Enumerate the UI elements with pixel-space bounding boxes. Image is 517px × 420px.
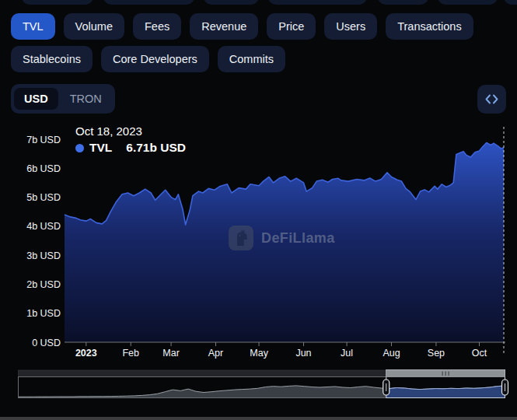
tab-row-secondary: StablecoinsCore DevelopersCommits — [11, 46, 285, 72]
x-axis-label-mar: Mar — [162, 348, 180, 359]
y-axis-label-2b-usd: 2b USD — [26, 279, 61, 290]
x-axis-label-oct: Oct — [472, 348, 487, 359]
cropped-tab — [378, 0, 428, 5]
x-axis-label-2023: 2023 — [75, 348, 97, 359]
cropped-tab — [204, 0, 259, 5]
tab-core-developers[interactable]: Core Developers — [101, 46, 209, 72]
tvl-area-chart[interactable]: 2023FebMarAprMayJunJulAugSepOct0 USD1b U… — [0, 121, 517, 366]
bottom-page-strip — [0, 417, 517, 420]
tab-tvl[interactable]: TVL — [11, 13, 55, 40]
tab-stablecoins[interactable]: Stablecoins — [11, 46, 93, 72]
currency-option-usd[interactable]: USD — [14, 88, 58, 110]
tab-row-primary: TVLVolumeFeesRevenuePriceUsersTransactio… — [11, 13, 473, 40]
x-axis-label-sep: Sep — [428, 348, 445, 359]
x-axis-label-aug: Aug — [383, 348, 400, 359]
y-axis-label-5b-usd: 5b USD — [26, 192, 61, 203]
x-axis-label-jul: Jul — [341, 348, 353, 359]
tab-revenue[interactable]: Revenue — [190, 13, 258, 40]
range-navigator[interactable] — [0, 364, 517, 411]
tab-commits[interactable]: Commits — [218, 46, 285, 72]
y-axis-label-6b-usd: 6b USD — [26, 163, 61, 174]
x-axis-label-jun: Jun — [295, 348, 311, 359]
y-axis-label-4b-usd: 4b USD — [26, 221, 61, 232]
cropped-tab — [103, 0, 194, 5]
tvl-area-fill — [65, 143, 504, 343]
cropped-tab — [438, 0, 498, 5]
cropped-tab — [504, 0, 517, 5]
currency-toggle: USDTRON — [11, 84, 115, 114]
tab-volume[interactable]: Volume — [64, 13, 124, 40]
tab-users[interactable]: Users — [324, 13, 377, 40]
tab-transactions[interactable]: Transactions — [386, 13, 473, 40]
x-axis-label-may: May — [250, 348, 268, 359]
tab-price[interactable]: Price — [267, 13, 316, 40]
cropped-tab — [268, 0, 367, 5]
y-axis-label-3b-usd: 3b USD — [26, 250, 61, 261]
x-axis-label-apr: Apr — [208, 348, 223, 359]
tab-fees[interactable]: Fees — [133, 13, 181, 40]
embed-chart-button[interactable] — [477, 85, 506, 114]
x-axis-label-feb: Feb — [122, 348, 139, 359]
currency-option-tron[interactable]: TRON — [60, 88, 112, 110]
cropped-tab — [22, 0, 93, 5]
y-axis-label-7b-usd: 7b USD — [26, 135, 61, 145]
y-axis-label-0-usd: 0 USD — [32, 338, 61, 348]
y-axis-label-1b-usd: 1b USD — [26, 308, 61, 319]
code-embed-icon — [484, 92, 499, 107]
